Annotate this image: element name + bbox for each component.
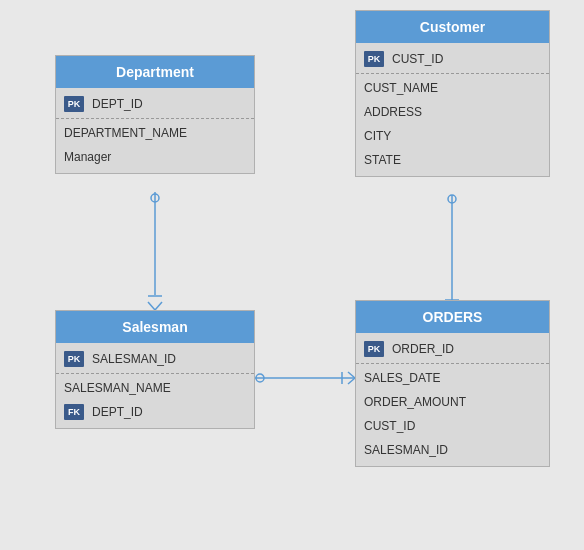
table-row: SALES_DATE — [356, 366, 549, 390]
pk-badge: PK — [364, 341, 384, 357]
svg-point-1 — [151, 194, 159, 202]
table-row: PK SALESMAN_ID — [56, 347, 254, 374]
table-row: CUST_NAME — [356, 76, 549, 100]
field-name: DEPT_ID — [92, 405, 143, 419]
table-row: PK ORDER_ID — [356, 337, 549, 364]
field-name: ORDER_ID — [392, 342, 454, 356]
table-salesman: Salesman PK SALESMAN_ID SALESMAN_NAME FK… — [55, 310, 255, 429]
field-name: DEPARTMENT_NAME — [64, 126, 187, 140]
field-name: CITY — [364, 129, 391, 143]
table-row: SALESMAN_ID — [356, 438, 549, 462]
pk-badge: PK — [64, 96, 84, 112]
field-name: CUST_ID — [392, 52, 443, 66]
field-name: SALES_DATE — [364, 371, 440, 385]
field-name: SALESMAN_ID — [92, 352, 176, 366]
pk-badge: PK — [364, 51, 384, 67]
table-orders: ORDERS PK ORDER_ID SALES_DATE ORDER_AMOU… — [355, 300, 550, 467]
diagram-canvas: Department PK DEPT_ID DEPARTMENT_NAME Ma… — [0, 0, 584, 550]
table-department-body: PK DEPT_ID DEPARTMENT_NAME Manager — [56, 88, 254, 173]
field-name: SALESMAN_ID — [364, 443, 448, 457]
field-name: ORDER_AMOUNT — [364, 395, 466, 409]
field-name: DEPT_ID — [92, 97, 143, 111]
table-row: Manager — [56, 145, 254, 169]
table-orders-body: PK ORDER_ID SALES_DATE ORDER_AMOUNT CUST… — [356, 333, 549, 466]
field-name: CUST_NAME — [364, 81, 438, 95]
field-name: STATE — [364, 153, 401, 167]
table-row: ORDER_AMOUNT — [356, 390, 549, 414]
table-salesman-header: Salesman — [56, 311, 254, 343]
svg-point-6 — [256, 374, 264, 382]
table-row: DEPARTMENT_NAME — [56, 121, 254, 145]
table-customer-body: PK CUST_ID CUST_NAME ADDRESS CITY STATE — [356, 43, 549, 176]
svg-point-11 — [448, 195, 456, 203]
table-salesman-body: PK SALESMAN_ID SALESMAN_NAME FK DEPT_ID — [56, 343, 254, 428]
field-name: Manager — [64, 150, 111, 164]
table-row: CITY — [356, 124, 549, 148]
table-row: FK DEPT_ID — [56, 400, 254, 424]
table-row: CUST_ID — [356, 414, 549, 438]
pk-badge: PK — [64, 351, 84, 367]
table-row: PK DEPT_ID — [56, 92, 254, 119]
field-name: CUST_ID — [364, 419, 415, 433]
table-department: Department PK DEPT_ID DEPARTMENT_NAME Ma… — [55, 55, 255, 174]
field-name: SALESMAN_NAME — [64, 381, 171, 395]
fk-badge: FK — [64, 404, 84, 420]
table-customer-header: Customer — [356, 11, 549, 43]
field-name: ADDRESS — [364, 105, 422, 119]
svg-line-7 — [348, 372, 355, 378]
table-orders-header: ORDERS — [356, 301, 549, 333]
table-row: SALESMAN_NAME — [56, 376, 254, 400]
table-row: STATE — [356, 148, 549, 172]
svg-line-8 — [348, 378, 355, 384]
table-row: PK CUST_ID — [356, 47, 549, 74]
svg-line-3 — [155, 302, 162, 310]
table-department-header: Department — [56, 56, 254, 88]
table-row: ADDRESS — [356, 100, 549, 124]
svg-line-2 — [148, 302, 155, 310]
table-customer: Customer PK CUST_ID CUST_NAME ADDRESS CI… — [355, 10, 550, 177]
